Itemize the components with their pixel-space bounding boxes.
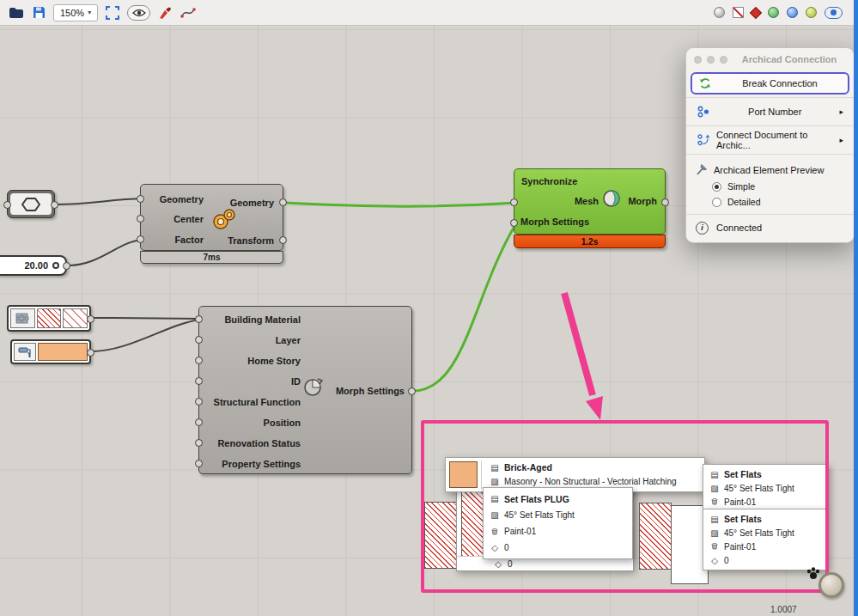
building-material-node[interactable] xyxy=(7,305,91,332)
diamond-icon: ◇ xyxy=(709,556,720,565)
slider-grip[interactable] xyxy=(52,262,59,269)
hatch-toggle-icon[interactable] xyxy=(733,7,744,18)
output-port[interactable] xyxy=(408,387,416,395)
input-label: Building Material xyxy=(204,314,301,325)
divider xyxy=(686,97,854,98)
window-dot-icon xyxy=(694,56,702,64)
blue-ball-icon[interactable] xyxy=(787,7,798,18)
submenu-arrow-icon: ▸ xyxy=(839,107,843,116)
input-port[interactable] xyxy=(137,235,144,243)
compass-widget[interactable] xyxy=(818,572,844,598)
gem-preview-icon[interactable] xyxy=(750,6,762,18)
input-port[interactable] xyxy=(195,315,203,323)
menu-title: Archicad Connection xyxy=(733,54,846,64)
eye-icon xyxy=(132,9,146,17)
panel-value: 0 xyxy=(508,559,513,569)
runtime-bar: 7ms xyxy=(140,251,283,264)
divider xyxy=(686,154,854,155)
paintbrush-icon[interactable] xyxy=(156,3,173,22)
toolbar: 150% ▾ xyxy=(0,0,858,26)
surface-name: 45° Set Flats Tight xyxy=(724,484,794,493)
number-slider-node[interactable]: 20.00 xyxy=(0,255,67,276)
element-preview-header: Archicad Element Preview xyxy=(686,157,854,179)
hexagon-icon xyxy=(21,197,40,212)
transform-component[interactable]: Geometry Center Factor Geometry Transfor… xyxy=(140,184,283,251)
surface-name: 45° Set Flats Tight xyxy=(504,510,575,520)
morph-settings-component[interactable]: Building Material Layer Home Story ID St… xyxy=(198,306,412,474)
remote-panel-icon[interactable] xyxy=(825,7,843,19)
material-name: Set Flats PLUG xyxy=(504,494,569,504)
set-flats-plug-tooltip: ▤ Set Flats PLUG ▨ 45° Set Flats Tight P… xyxy=(483,487,633,559)
material-name: Brick-Aged xyxy=(504,462,552,473)
paint-roller-icon xyxy=(14,343,36,361)
connect-document-icon xyxy=(697,133,710,147)
input-label: Renovation Status xyxy=(204,438,301,448)
green-ball-icon[interactable] xyxy=(768,7,779,18)
paint-name: Paint-01 xyxy=(724,542,756,552)
menu-item-connect-document[interactable]: Connect Document to Archic... ▸ xyxy=(691,129,849,151)
geometry-param-node[interactable] xyxy=(7,190,55,218)
window-dot-icon xyxy=(707,56,715,64)
info-icon: i xyxy=(696,222,709,235)
radio-label: Simple xyxy=(727,181,755,192)
yellow-ball-icon[interactable] xyxy=(806,7,817,18)
morph-preview-icon xyxy=(602,189,621,208)
hatch-icon: ▨ xyxy=(490,477,500,486)
radio-detailed[interactable]: Detailed xyxy=(686,194,854,210)
material-name: Set Flats xyxy=(724,514,762,524)
draft-ball-icon[interactable] xyxy=(714,7,725,18)
input-port[interactable] xyxy=(510,198,518,206)
synchronize-component[interactable]: Synchronize Mesh Morph Morph Settings xyxy=(514,168,666,235)
surface-paint-node[interactable] xyxy=(10,339,91,364)
zoom-value: 150% xyxy=(60,8,84,18)
radio-on-icon xyxy=(712,182,721,192)
save-icon[interactable] xyxy=(30,3,47,22)
brick-icon: ▤ xyxy=(490,494,500,503)
menu-item-port-number[interactable]: Port Number ▸ xyxy=(691,101,849,123)
wire-display-icon[interactable] xyxy=(180,3,197,22)
preview-eye-button[interactable] xyxy=(127,5,150,21)
output-port[interactable] xyxy=(87,349,94,357)
input-port[interactable] xyxy=(195,357,203,364)
input-label: Home Story xyxy=(204,356,301,366)
radio-simple[interactable]: Simple xyxy=(686,179,854,194)
input-label: Position xyxy=(204,418,301,428)
window-dot-icon xyxy=(720,56,727,64)
slider-value: 20.00 xyxy=(24,260,48,271)
menu-item-break-connection[interactable]: Break Connection xyxy=(691,72,849,95)
input-port[interactable] xyxy=(137,215,144,223)
folder-icon[interactable] xyxy=(7,3,24,22)
fill-swatch-light xyxy=(63,308,88,328)
input-port[interactable] xyxy=(137,195,144,203)
input-label: Factor xyxy=(146,235,204,245)
morph-icon xyxy=(302,375,325,398)
output-port[interactable] xyxy=(279,236,287,244)
preview-settings-group xyxy=(714,7,851,19)
input-port[interactable] xyxy=(195,377,203,385)
input-label: Property Settings xyxy=(204,459,301,469)
menu-item-label: Connect Document to Archic... xyxy=(716,130,833,150)
brick-icon: ▤ xyxy=(709,470,720,479)
input-port[interactable] xyxy=(510,219,518,227)
input-port[interactable] xyxy=(195,460,203,467)
input-port[interactable] xyxy=(195,439,203,447)
input-port[interactable] xyxy=(195,336,203,344)
output-port[interactable] xyxy=(51,201,58,209)
zoom-select[interactable]: 150% ▾ xyxy=(53,4,98,21)
output-port[interactable] xyxy=(63,262,70,270)
input-port[interactable] xyxy=(195,418,203,426)
output-port[interactable] xyxy=(279,198,287,206)
material-swatch xyxy=(449,461,478,488)
zoom-extents-icon[interactable] xyxy=(104,3,121,22)
element-preview-icon xyxy=(695,163,708,176)
paint-icon xyxy=(490,527,500,537)
output-port[interactable] xyxy=(661,198,669,206)
archicad-connection-menu: Archicad Connection Break Connection Por… xyxy=(685,47,855,243)
runtime-label: 1.2s xyxy=(581,237,598,247)
output-port[interactable] xyxy=(87,315,94,323)
status-label: Connected xyxy=(716,223,762,233)
input-port[interactable] xyxy=(195,398,203,406)
input-label: Structural Function xyxy=(204,397,301,407)
input-port[interactable] xyxy=(3,201,11,209)
set-flats-tooltip-bottom: ▤ Set Flats ▨ 45° Set Flats Tight Paint-… xyxy=(703,509,829,570)
